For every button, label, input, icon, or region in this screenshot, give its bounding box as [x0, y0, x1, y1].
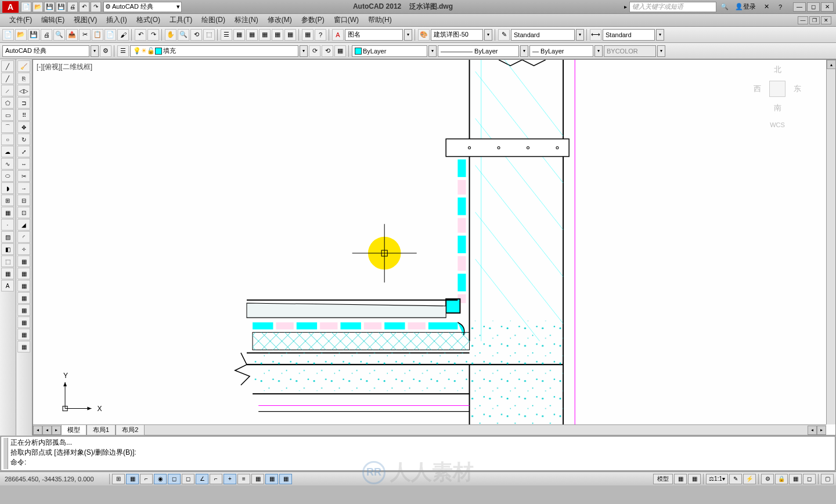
layer-state-icon[interactable]: ⟳ [309, 45, 320, 57]
scale-icon[interactable]: ⤢ [17, 146, 30, 157]
mdi-restore[interactable]: ❐ [809, 16, 820, 24]
search-input[interactable]: 键入关键字或短语 [629, 2, 716, 12]
grid-icon[interactable]: ▦ [126, 474, 139, 484]
erase-icon[interactable]: 🧹 [17, 60, 30, 72]
rotate-icon[interactable]: ↻ [17, 134, 30, 145]
line-icon[interactable]: ╱ [1, 60, 14, 72]
quickcalc-icon[interactable]: ▦ [284, 29, 296, 41]
publish-icon[interactable]: 📤 [66, 29, 78, 41]
scroll-right-icon[interactable]: ▸ [52, 426, 61, 435]
nav-top[interactable] [769, 81, 785, 97]
login-button[interactable]: 👤登录 [733, 2, 758, 12]
mod24-icon[interactable]: ▦ [17, 341, 30, 352]
markup-icon[interactable]: ▦ [272, 29, 283, 41]
nav-west[interactable]: 西 [754, 84, 761, 94]
cmd-prompt[interactable]: 命令: [10, 458, 833, 467]
ducs-icon[interactable]: ⌐ [210, 474, 222, 484]
3dosnap-icon[interactable]: ◻ [182, 474, 194, 484]
maximize-button[interactable]: ◻ [807, 2, 820, 12]
mod20-icon[interactable]: ▦ [17, 292, 30, 304]
arc-icon[interactable]: ⌒ [1, 121, 14, 133]
quick-view2-icon[interactable]: ▦ [688, 474, 701, 484]
dim-style-selector[interactable]: Standard [603, 29, 655, 41]
isolate-icon[interactable]: ◻ [803, 474, 816, 484]
mod19-icon[interactable]: ▦ [17, 280, 30, 291]
dropdown-icon[interactable]: ▾ [91, 45, 99, 57]
workspace-selector2[interactable]: AutoCAD 经典 [2, 45, 89, 57]
ellipse-icon[interactable]: ⬭ [1, 170, 14, 182]
tab-layout1[interactable]: 布局1 [87, 424, 116, 435]
hatch-icon[interactable]: ▨ [1, 231, 14, 243]
join-icon[interactable]: ⊡ [17, 207, 30, 218]
viewport-label[interactable]: [-][俯视][二维线框] [37, 62, 92, 72]
text-style-icon[interactable]: A [332, 29, 344, 41]
break-icon[interactable]: ⊟ [17, 195, 30, 206]
explode-icon[interactable]: ✧ [17, 243, 30, 255]
mod21-icon[interactable]: ▦ [17, 304, 30, 316]
extend-icon[interactable]: → [17, 182, 30, 194]
gradient-icon[interactable]: ◧ [1, 243, 14, 255]
tab-layout2[interactable]: 布局2 [116, 424, 145, 435]
scroll-hleft-icon[interactable]: ◂ [808, 426, 817, 435]
toolbar-lock-icon[interactable]: 🔒 [775, 474, 788, 484]
dropdown-icon[interactable]: ▾ [657, 45, 665, 57]
color-selector[interactable]: ByLayer [352, 45, 427, 57]
help-icon[interactable]: ? [774, 2, 786, 12]
dyn-icon[interactable]: + [224, 474, 236, 484]
view-cube[interactable]: 北 西 东 南 WCS [754, 64, 801, 146]
dim-style-icon[interactable]: ⟷ [590, 29, 601, 41]
anno-vis-icon[interactable]: ✎ [729, 474, 742, 484]
dashboard-icon[interactable]: ▦ [233, 29, 245, 41]
dropdown-icon[interactable]: ▾ [300, 45, 308, 57]
open-icon[interactable]: 📂 [15, 29, 27, 41]
menu-draw[interactable]: 绘图(D) [197, 14, 230, 26]
hardware-accel-icon[interactable]: ▦ [789, 474, 802, 484]
osnap-icon[interactable]: ◻ [168, 474, 181, 484]
minimize-button[interactable]: — [793, 2, 806, 12]
text-style-btn-icon[interactable]: ✎ [498, 29, 510, 41]
mod23-icon[interactable]: ▦ [17, 329, 30, 340]
model-space-button[interactable]: 模型 [653, 474, 673, 484]
redo-icon[interactable]: ↷ [147, 29, 159, 41]
scroll-left-icon[interactable]: ◂ [33, 426, 42, 435]
sheet-set-icon[interactable]: ▦ [259, 29, 271, 41]
new-icon[interactable]: 📄 [2, 29, 14, 41]
wcs-label[interactable]: WCS [770, 121, 785, 128]
mdi-close[interactable]: ✕ [821, 16, 831, 24]
zoom-icon[interactable]: 🔍 [178, 29, 189, 41]
copy-mod-icon[interactable]: ⎘ [17, 73, 30, 84]
polygon-icon[interactable]: ⬠ [1, 97, 14, 109]
qat-new-icon[interactable]: 📄 [21, 2, 31, 12]
move-icon[interactable]: ✥ [17, 121, 30, 133]
lineweight-selector[interactable]: — ByLayer [529, 45, 593, 57]
dropdown-icon[interactable]: ▾ [484, 29, 492, 41]
dsettings-icon[interactable]: ▦ [302, 29, 314, 41]
gear-settings-icon[interactable]: ⚙ [100, 45, 111, 57]
mod18-icon[interactable]: ▦ [17, 268, 30, 279]
anno-auto-icon[interactable]: ⚡ [743, 474, 756, 484]
linetype-selector[interactable]: ————— ByLayer [438, 45, 519, 57]
qat-open-icon[interactable]: 📂 [33, 2, 43, 12]
qat-save-icon[interactable]: 💾 [44, 2, 55, 12]
cmd-grip-icon[interactable] [3, 438, 8, 469]
offset-icon[interactable]: ⊐ [17, 97, 30, 109]
mod17-icon[interactable]: ▦ [17, 255, 30, 267]
menu-parametric[interactable]: 参数(P) [297, 14, 329, 26]
cut-icon[interactable]: ✂ [79, 29, 91, 41]
scroll-up-icon[interactable]: ▴ [827, 60, 836, 69]
menu-window[interactable]: 窗口(W) [329, 14, 363, 26]
mdi-minimize[interactable]: — [798, 16, 808, 24]
menu-dimension[interactable]: 标注(N) [230, 14, 263, 26]
zoom-prev-icon[interactable]: ⟲ [190, 29, 202, 41]
nav-north[interactable]: 北 [774, 64, 781, 75]
undo-icon[interactable]: ↶ [135, 29, 146, 41]
workspace-selector[interactable]: ⚙ AutoCAD 经典 ▾ [103, 2, 182, 12]
fillet-icon[interactable]: ◜ [17, 231, 30, 243]
help2-icon[interactable]: ? [315, 29, 326, 41]
spline-icon[interactable]: ∿ [1, 158, 14, 170]
workspace-switch-icon[interactable]: ⚙ [761, 474, 774, 484]
region-icon[interactable]: ⬚ [1, 255, 14, 267]
search-arrow-icon[interactable]: ▸ [624, 3, 627, 10]
dropdown-icon[interactable]: ▾ [656, 29, 664, 41]
tab-model[interactable]: 模型 [61, 424, 87, 435]
